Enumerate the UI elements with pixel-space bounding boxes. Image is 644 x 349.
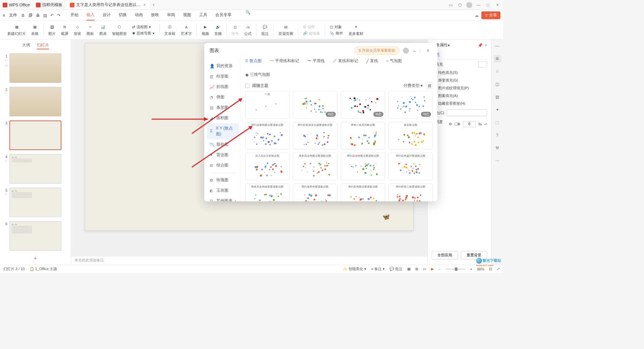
textbox-button[interactable]: Ⓐ文本框 bbox=[164, 24, 175, 36]
more-assets-button[interactable]: ✦更多素材 bbox=[348, 24, 363, 36]
close-modal-icon[interactable]: × bbox=[424, 48, 432, 54]
slide-item-1[interactable]: 1☆◁ bbox=[3, 53, 68, 83]
tab-insert[interactable]: 插入 bbox=[87, 10, 95, 20]
comment-button[interactable]: 💬批注 bbox=[261, 24, 269, 36]
theme-indicator[interactable]: 📋 1_Office 主题 bbox=[30, 266, 57, 271]
fill-solid-radio[interactable]: 纯色填充(S) bbox=[432, 70, 487, 75]
fit-icon[interactable]: ⊡ bbox=[489, 267, 492, 271]
subtype-bubble[interactable]: ○气泡图 bbox=[386, 58, 402, 64]
file-menu[interactable]: 文件 bbox=[9, 12, 17, 18]
pin-icon[interactable]: 📌 bbox=[478, 43, 483, 48]
cat-hbar[interactable]: ▤条形图 bbox=[207, 102, 239, 113]
more-icon[interactable]: ⋯ bbox=[494, 157, 501, 164]
apply-all-button[interactable]: 全部应用 bbox=[432, 251, 458, 259]
hide-bg-checkbox[interactable]: 隐藏背景图形(H) bbox=[432, 101, 487, 106]
screenshot-button[interactable]: ⧉截屏 bbox=[61, 24, 68, 36]
charts-button[interactable]: 📊图表 bbox=[99, 24, 107, 36]
tab-fill[interactable]: 填充 bbox=[432, 51, 487, 59]
tab-view[interactable]: 视图 bbox=[183, 10, 191, 20]
magic-icon[interactable]: ✦ bbox=[494, 106, 501, 113]
upgrade-button[interactable]: $ 升级会员享海量图表 bbox=[355, 46, 399, 55]
chart-template[interactable]: 简约彩色图点普通散点图 bbox=[341, 184, 385, 201]
subtype-bubble3d[interactable]: ◉三维气泡图 bbox=[245, 72, 270, 78]
object-button[interactable]: ◫对象 bbox=[330, 24, 343, 30]
image-tool-icon[interactable]: ▨ bbox=[494, 93, 501, 101]
slide-item-6[interactable]: 6第一章░░░░░░░░░░░░░░░░░░░░░░░░░░░░░░░░░░░░… bbox=[3, 221, 68, 251]
header-footer-button[interactable]: ▤页眉页脚 bbox=[278, 24, 293, 36]
cat-area[interactable]: ◢面积图 bbox=[207, 113, 239, 123]
chart-template[interactable]: 简单三色系列散点图 bbox=[341, 122, 385, 149]
chart-template[interactable]: 商务风绿色图点普通散点图 bbox=[293, 153, 337, 180]
theme-checkbox[interactable] bbox=[245, 84, 250, 88]
shapes-button[interactable]: ◇形状 bbox=[74, 24, 81, 36]
cat-jade[interactable]: ◐玉块图 bbox=[207, 185, 239, 196]
video-button[interactable]: ▶视频 bbox=[202, 24, 209, 36]
mindmap-button[interactable]: ✱思维导图▾ bbox=[132, 31, 155, 36]
chart-template[interactable]: 简约蓝橙色普通散点图 bbox=[293, 184, 337, 201]
cloud-icon[interactable]: ☁ bbox=[412, 48, 416, 53]
panel-tab-outline[interactable]: 大纲 bbox=[22, 42, 30, 49]
subtype-scatter[interactable]: ⠿散点图 bbox=[245, 58, 262, 64]
chart-template[interactable]: 简约蓝紫色图点普通散点图 bbox=[245, 122, 289, 149]
chart-template[interactable]: 动态 bbox=[388, 91, 433, 118]
zoom-in-icon[interactable]: + bbox=[470, 267, 472, 271]
picture-button[interactable]: 🖼图片 bbox=[48, 24, 56, 36]
hamburger-icon[interactable]: ≡ bbox=[3, 13, 5, 18]
expand-icon[interactable]: ⤢ bbox=[497, 267, 500, 271]
doc-tab-current[interactable]: 文字是人类用符号记录表达信息以… × bbox=[66, 1, 149, 9]
zoom-slider[interactable] bbox=[445, 269, 466, 269]
cat-pie[interactable]: ◔饼图 bbox=[207, 92, 239, 102]
audio-button[interactable]: 🔊音频 bbox=[214, 24, 222, 36]
smart-beautify-button[interactable]: ✨ 智能美化 ▾ bbox=[343, 266, 366, 271]
close-panel-icon[interactable]: × bbox=[485, 43, 487, 48]
icons-button[interactable]: ☆图标 bbox=[87, 24, 94, 36]
notebook-icon[interactable]: ▭ bbox=[446, 1, 455, 9]
slide-item-2[interactable]: 2☆ bbox=[3, 87, 68, 116]
slider-minus-icon[interactable]: ⊖ bbox=[449, 122, 452, 126]
fill-preset-dropdown[interactable] bbox=[478, 61, 487, 67]
adjust-icon[interactable]: ⚙ bbox=[494, 55, 501, 62]
grid-view-icon[interactable]: ▦ bbox=[426, 82, 433, 89]
chart-template[interactable]: 动态 bbox=[293, 91, 337, 118]
chart-template[interactable]: 简约彩色渐变主题普通散点图 bbox=[293, 122, 337, 149]
print-preview-icon[interactable]: ▤ bbox=[43, 13, 47, 18]
slide-list[interactable]: 1☆◁ 2☆ 3 4☆第一章░░░░░░░░░░░░░░░░░░░░░░░░░░… bbox=[0, 52, 71, 252]
chart-template[interactable]: Y 值 bbox=[245, 91, 289, 118]
tab-animation[interactable]: 动画 bbox=[135, 10, 143, 20]
help-icon[interactable]: ? bbox=[494, 132, 501, 139]
cat-other[interactable]: ⊡其他图表› bbox=[207, 196, 239, 201]
fill-picture-radio[interactable]: 图片或纹理填充(P) bbox=[432, 86, 487, 91]
crop-icon[interactable]: ⬚ bbox=[494, 119, 501, 126]
zoom-value[interactable]: 98% bbox=[477, 267, 484, 271]
tab-transition[interactable]: 切换 bbox=[119, 10, 127, 20]
color-picker-button[interactable] bbox=[447, 109, 487, 116]
equation-button[interactable]: √x公式 bbox=[244, 24, 252, 36]
cat-rose[interactable]: ✿玫瑰图 bbox=[207, 175, 239, 185]
share-button[interactable]: ⇪ 分享 bbox=[481, 11, 500, 19]
chart-template[interactable]: 深入浅出分析散点图 bbox=[245, 153, 289, 180]
subtype-straight-marker[interactable]: ／直线和标记 bbox=[333, 58, 358, 64]
smart-graphics-button[interactable]: ⬡智能图形 bbox=[112, 24, 127, 36]
cat-radar[interactable]: ✦雷达图 bbox=[207, 150, 239, 160]
avatar-icon[interactable] bbox=[465, 1, 474, 9]
wordart-button[interactable]: A艺术字 bbox=[181, 24, 192, 36]
comments-toggle[interactable]: 💬 批注 bbox=[389, 266, 402, 271]
save-icon[interactable]: 🗎 bbox=[21, 13, 25, 18]
notes-toggle[interactable]: ≡ 备注 ▾ bbox=[371, 266, 385, 271]
tab-member[interactable]: 会员专享 bbox=[215, 10, 231, 20]
minimize-icon[interactable]: — bbox=[474, 1, 483, 9]
star-tool-icon[interactable]: ☆ bbox=[494, 68, 501, 75]
attachment-button[interactable]: 📎附件 bbox=[330, 31, 343, 36]
chart-template[interactable]: 简约彩色盛开普通散点图 bbox=[388, 153, 433, 180]
slideshow-icon[interactable]: ▶ bbox=[431, 267, 434, 271]
layers-icon[interactable]: ◫ bbox=[494, 81, 501, 88]
chart-template[interactable]: 多彩散点图 bbox=[388, 122, 433, 149]
chart-template[interactable]: 简约橙色三角普通散点图 bbox=[388, 184, 433, 201]
close-tab-icon[interactable]: × bbox=[144, 3, 146, 7]
cat-my-assets[interactable]: 👤我的资源 bbox=[207, 61, 239, 71]
tab-review[interactable]: 审阅 bbox=[167, 10, 175, 20]
slide-item-4[interactable]: 4☆第一章░░░░░░░░░░░░░░░░░░░░░░░░░░░░░░░░░░ bbox=[3, 154, 68, 184]
new-slide-button[interactable]: ▦新建幻灯片 bbox=[7, 24, 26, 36]
opacity-value[interactable] bbox=[463, 121, 476, 127]
collapse-icon[interactable]: — bbox=[494, 42, 501, 50]
